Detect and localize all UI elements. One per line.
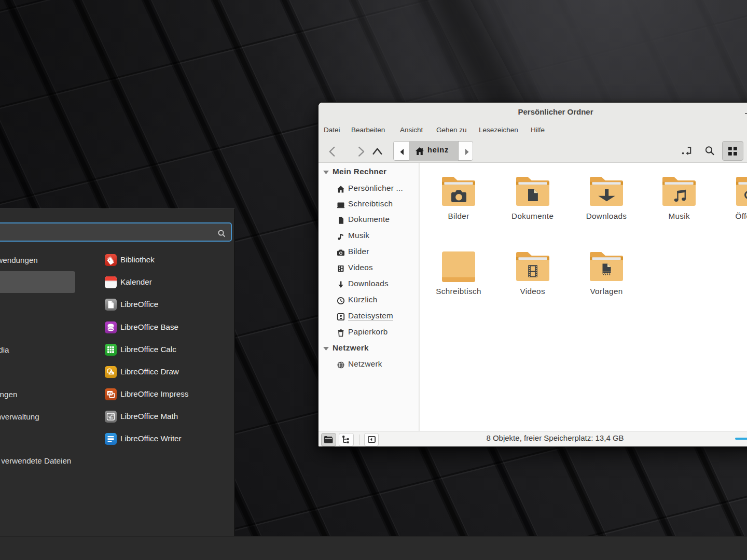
svg-text:x: x (111, 415, 113, 420)
